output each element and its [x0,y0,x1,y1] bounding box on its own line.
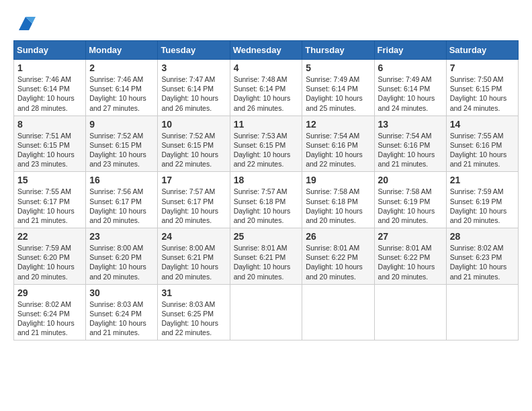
calendar-day-cell: 26Sunrise: 8:01 AMSunset: 6:22 PMDayligh… [302,228,374,285]
day-number: 18 [234,175,299,185]
calendar-header-saturday: Saturday [446,41,518,60]
day-number: 2 [89,62,154,73]
day-info: Sunrise: 8:01 AMSunset: 6:22 PMDaylight:… [378,243,443,281]
calendar-day-cell: 8Sunrise: 7:51 AMSunset: 6:15 PMDaylight… [14,116,86,172]
day-number: 20 [378,175,443,185]
calendar-day-cell: 18Sunrise: 7:57 AMSunset: 6:18 PMDayligh… [230,172,302,228]
day-info: Sunrise: 8:02 AMSunset: 6:23 PMDaylight:… [450,243,515,281]
empty-cell [230,284,302,340]
calendar-day-cell: 15Sunrise: 7:55 AMSunset: 6:17 PMDayligh… [14,172,86,228]
calendar-header-tuesday: Tuesday [158,41,230,60]
day-number: 7 [450,62,515,73]
calendar-day-cell: 11Sunrise: 7:53 AMSunset: 6:15 PMDayligh… [230,116,302,172]
calendar-day-cell: 10Sunrise: 7:52 AMSunset: 6:15 PMDayligh… [158,116,230,172]
day-number: 1 [17,62,82,73]
day-info: Sunrise: 8:00 AMSunset: 6:20 PMDaylight:… [89,243,154,281]
calendar-week-row: 29Sunrise: 8:02 AMSunset: 6:24 PMDayligh… [14,284,519,340]
day-number: 25 [234,231,299,242]
day-info: Sunrise: 7:57 AMSunset: 6:18 PMDaylight:… [234,187,299,225]
calendar-week-row: 8Sunrise: 7:51 AMSunset: 6:15 PMDaylight… [14,116,519,172]
day-number: 5 [306,62,370,73]
calendar-day-cell: 14Sunrise: 7:55 AMSunset: 6:16 PMDayligh… [446,116,518,172]
calendar-day-cell: 28Sunrise: 8:02 AMSunset: 6:23 PMDayligh… [446,228,518,285]
day-info: Sunrise: 7:57 AMSunset: 6:17 PMDaylight:… [161,187,226,225]
day-number: 9 [89,119,154,130]
day-info: Sunrise: 7:58 AMSunset: 6:19 PMDaylight:… [378,187,443,225]
calendar-day-cell: 21Sunrise: 7:59 AMSunset: 6:19 PMDayligh… [446,172,518,228]
day-info: Sunrise: 7:58 AMSunset: 6:18 PMDaylight:… [306,187,370,225]
day-info: Sunrise: 8:03 AMSunset: 6:24 PMDaylight:… [89,300,154,338]
empty-cell [446,284,518,340]
day-number: 29 [17,287,82,298]
day-number: 13 [378,119,443,130]
day-number: 16 [89,175,154,185]
calendar-body: 1Sunrise: 7:46 AMSunset: 6:14 PMDaylight… [14,60,519,340]
calendar-day-cell: 9Sunrise: 7:52 AMSunset: 6:15 PMDaylight… [86,116,158,172]
day-number: 14 [450,119,515,130]
calendar-day-cell: 29Sunrise: 8:02 AMSunset: 6:24 PMDayligh… [14,284,86,340]
day-number: 22 [17,231,82,242]
day-info: Sunrise: 7:59 AMSunset: 6:19 PMDaylight:… [450,187,515,225]
calendar-day-cell: 31Sunrise: 8:03 AMSunset: 6:25 PMDayligh… [158,284,230,340]
calendar-week-row: 1Sunrise: 7:46 AMSunset: 6:14 PMDaylight… [14,60,519,116]
calendar-day-cell: 23Sunrise: 8:00 AMSunset: 6:20 PMDayligh… [86,228,158,285]
empty-cell [374,284,446,340]
day-info: Sunrise: 7:50 AMSunset: 6:15 PMDaylight:… [450,75,515,113]
calendar-day-cell: 7Sunrise: 7:50 AMSunset: 6:15 PMDaylight… [446,60,518,116]
calendar-header-sunday: Sunday [14,41,86,60]
day-number: 3 [161,62,226,73]
day-number: 30 [89,287,154,298]
day-info: Sunrise: 7:59 AMSunset: 6:20 PMDaylight:… [17,243,82,281]
day-info: Sunrise: 7:46 AMSunset: 6:14 PMDaylight:… [17,75,82,113]
day-number: 8 [17,119,82,130]
day-number: 28 [450,231,515,242]
logo-icon [15,13,36,34]
day-info: Sunrise: 7:55 AMSunset: 6:16 PMDaylight:… [450,131,515,169]
calendar-day-cell: 19Sunrise: 7:58 AMSunset: 6:18 PMDayligh… [302,172,374,228]
day-number: 6 [378,62,443,73]
calendar-day-cell: 6Sunrise: 7:49 AMSunset: 6:14 PMDaylight… [374,60,446,116]
day-number: 19 [306,175,370,185]
day-info: Sunrise: 7:56 AMSunset: 6:17 PMDaylight:… [89,187,154,225]
empty-cell [302,284,374,340]
day-info: Sunrise: 7:47 AMSunset: 6:14 PMDaylight:… [161,75,226,113]
day-info: Sunrise: 7:52 AMSunset: 6:15 PMDaylight:… [89,131,154,169]
day-info: Sunrise: 7:53 AMSunset: 6:15 PMDaylight:… [234,131,299,169]
calendar-header-friday: Friday [374,41,446,60]
calendar-week-row: 15Sunrise: 7:55 AMSunset: 6:17 PMDayligh… [14,172,519,228]
day-info: Sunrise: 7:54 AMSunset: 6:16 PMDaylight:… [306,131,370,169]
day-number: 4 [234,62,299,73]
calendar-week-row: 22Sunrise: 7:59 AMSunset: 6:20 PMDayligh… [14,228,519,285]
day-number: 11 [234,119,299,130]
calendar-day-cell: 4Sunrise: 7:48 AMSunset: 6:14 PMDaylight… [230,60,302,116]
day-info: Sunrise: 8:01 AMSunset: 6:22 PMDaylight:… [306,243,370,281]
day-number: 23 [89,231,154,242]
day-number: 31 [161,287,226,298]
calendar-day-cell: 2Sunrise: 7:46 AMSunset: 6:14 PMDaylight… [86,60,158,116]
day-info: Sunrise: 7:48 AMSunset: 6:14 PMDaylight:… [234,75,299,113]
calendar-header-row: SundayMondayTuesdayWednesdayThursdayFrid… [14,41,519,60]
calendar-day-cell: 1Sunrise: 7:46 AMSunset: 6:14 PMDaylight… [14,60,86,116]
calendar-day-cell: 27Sunrise: 8:01 AMSunset: 6:22 PMDayligh… [374,228,446,285]
day-number: 15 [17,175,82,185]
calendar-day-cell: 17Sunrise: 7:57 AMSunset: 6:17 PMDayligh… [158,172,230,228]
calendar-day-cell: 20Sunrise: 7:58 AMSunset: 6:19 PMDayligh… [374,172,446,228]
calendar-day-cell: 12Sunrise: 7:54 AMSunset: 6:16 PMDayligh… [302,116,374,172]
day-info: Sunrise: 7:55 AMSunset: 6:17 PMDaylight:… [17,187,82,225]
calendar-day-cell: 24Sunrise: 8:00 AMSunset: 6:21 PMDayligh… [158,228,230,285]
calendar-day-cell: 25Sunrise: 8:01 AMSunset: 6:21 PMDayligh… [230,228,302,285]
day-info: Sunrise: 8:01 AMSunset: 6:21 PMDaylight:… [234,243,299,281]
calendar-header-wednesday: Wednesday [230,41,302,60]
calendar-day-cell: 16Sunrise: 7:56 AMSunset: 6:17 PMDayligh… [86,172,158,228]
logo [13,13,36,34]
day-info: Sunrise: 8:02 AMSunset: 6:24 PMDaylight:… [17,300,82,338]
day-info: Sunrise: 7:51 AMSunset: 6:15 PMDaylight:… [17,131,82,169]
day-number: 27 [378,231,443,242]
day-info: Sunrise: 7:54 AMSunset: 6:16 PMDaylight:… [378,131,443,169]
day-info: Sunrise: 7:46 AMSunset: 6:14 PMDaylight:… [89,75,154,113]
calendar-day-cell: 22Sunrise: 7:59 AMSunset: 6:20 PMDayligh… [14,228,86,285]
page-header [13,13,519,34]
calendar-table: SundayMondayTuesdayWednesdayThursdayFrid… [13,40,519,340]
day-number: 10 [161,119,226,130]
day-info: Sunrise: 7:49 AMSunset: 6:14 PMDaylight:… [306,75,370,113]
